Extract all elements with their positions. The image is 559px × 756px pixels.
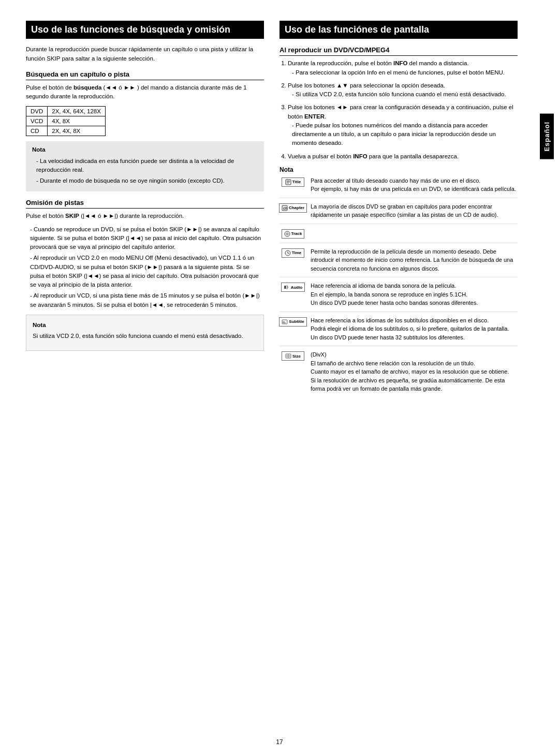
time-icon: Time bbox=[282, 248, 304, 258]
subtitle-icon: Subtitle bbox=[279, 317, 306, 327]
list-item: Durante el modo de búsqueda no se oye ni… bbox=[36, 176, 258, 185]
track-icon: Track bbox=[282, 229, 305, 239]
info-row-audio: Audio Hace referencia al idioma de banda… bbox=[280, 281, 518, 312]
table-row: CD 2X, 4X, 8X bbox=[26, 126, 106, 136]
size-icon-container: Size bbox=[280, 350, 306, 361]
skip-list: Cuando se reproduce un DVD, si se pulsa … bbox=[26, 225, 264, 309]
title-icon-container: Title bbox=[280, 176, 306, 187]
right-section-title: Uso de las funciónes de pantalla bbox=[280, 21, 518, 39]
nota-box-2: Nota Si utiliza VCD 2.0, esta función só… bbox=[26, 315, 264, 351]
list-item: La velocidad indicada en esta función pu… bbox=[36, 157, 258, 175]
svg-point-7 bbox=[286, 233, 288, 235]
subtitle-icon-container: Subtitle bbox=[280, 316, 306, 327]
svg-rect-11 bbox=[284, 286, 286, 289]
nota-right: Nota Title Para acceder al t bbox=[280, 166, 518, 397]
speed-table-container: DVD 2X, 4X, 64X, 128X VCD 4X, 8X CD 2X, … bbox=[26, 106, 264, 136]
audio-icon: Audio bbox=[281, 283, 305, 292]
nota-title-1: Nota bbox=[32, 145, 258, 154]
table-cell: 2X, 4X, 8X bbox=[48, 126, 106, 136]
track-info-text bbox=[311, 228, 518, 237]
audio-icon-container: Audio bbox=[280, 281, 306, 292]
chapter-info-text: La mayoría de discos DVD se graban en ca… bbox=[311, 202, 518, 219]
nota-list-1: La velocidad indicada en esta función pu… bbox=[32, 157, 258, 186]
size-icon: Size bbox=[282, 351, 304, 361]
table-row: DVD 2X, 4X, 64X, 128X bbox=[26, 107, 106, 116]
list-item: Al reproducir un VCD 2.0 en modo MENU Of… bbox=[30, 254, 264, 289]
right-column: Uso de las funciónes de pantalla Al repr… bbox=[280, 21, 518, 402]
table-row: VCD 4X, 8X bbox=[26, 116, 106, 126]
step-2-subs: Si utiliza VCD 2.0, esta función sólo fu… bbox=[288, 90, 518, 99]
audio-info-text: Hace referencia al idioma de banda sonor… bbox=[311, 281, 518, 307]
list-item: Si utiliza VCD 2.0, esta función sólo fu… bbox=[292, 90, 518, 99]
table-cell: 4X, 8X bbox=[48, 116, 106, 126]
nota-right-title: Nota bbox=[280, 166, 518, 173]
table-cell: 2X, 4X, 64X, 128X bbox=[48, 107, 106, 116]
subsection-search-title: Búsqueda en un capítulo o pista bbox=[26, 70, 264, 80]
step-1: Durante la reproducción, pulse el botón … bbox=[288, 59, 518, 77]
info-row-time: Time Permite la reproducción de la pelíc… bbox=[280, 247, 518, 278]
list-item: Al reproducir un VCD, si una pista tiene… bbox=[30, 291, 264, 309]
step-4: Vuelva a pulsar el botón INFO para que l… bbox=[288, 152, 518, 161]
chapter-icon: ch Chapter bbox=[279, 203, 307, 213]
list-item: Puede pulsar los botones numéricos del m… bbox=[292, 121, 518, 148]
subsection-search-text: Pulse el botón de búsqueda (◄◄ ó ►► ) de… bbox=[26, 83, 264, 101]
svg-text:ch: ch bbox=[283, 206, 287, 210]
table-cell: DVD bbox=[26, 107, 48, 116]
info-row-track: Track bbox=[280, 228, 518, 243]
size-info-text: (DivX) El tamaño de archivo tiene relaci… bbox=[311, 350, 518, 393]
info-row-chapter: ch Chapter La mayoría de discos DVD se g… bbox=[280, 202, 518, 224]
nota-text-2: Si utiliza VCD 2.0, esta función sólo fu… bbox=[33, 332, 257, 340]
list-item: Cuando se reproduce un DVD, si se pulsa … bbox=[30, 225, 264, 252]
step-3: Pulse los botones ◄► para crear la confi… bbox=[288, 103, 518, 147]
chapter-icon-container: ch Chapter bbox=[280, 202, 306, 213]
info-row-title: Title Para acceder al título deseado cua… bbox=[280, 176, 518, 198]
subsection-dvd-title: Al reproducir un DVD/VCD/MPEG4 bbox=[280, 46, 518, 56]
subtitle-info-text: Hace referencia a los idiomas de los sub… bbox=[311, 316, 518, 342]
list-item: Para seleccionar la opción Info en el me… bbox=[292, 68, 518, 77]
step-3-subs: Puede pulsar los botones numéricos del m… bbox=[288, 121, 518, 148]
table-cell: CD bbox=[26, 126, 48, 136]
subsection-skip-title: Omisión de pistas bbox=[26, 199, 264, 209]
time-icon-container: Time bbox=[280, 247, 306, 258]
left-intro: Durante la reproducción puede buscar ráp… bbox=[26, 45, 264, 63]
track-icon-container: Track bbox=[280, 228, 306, 239]
subsection-skip-text: Pulse el botón SKIP (|◄◄ ó ►►|) durante … bbox=[26, 212, 264, 220]
speed-table: DVD 2X, 4X, 64X, 128X VCD 4X, 8X CD 2X, … bbox=[26, 106, 106, 136]
title-info-text: Para acceder al título deseado cuando ha… bbox=[311, 176, 518, 194]
steps-list: Durante la reproducción, pulse el botón … bbox=[280, 59, 518, 161]
espanol-tab: Español bbox=[540, 114, 554, 159]
left-column: Uso de las funciones de búsqueda y omisi… bbox=[26, 21, 264, 402]
step-1-subs: Para seleccionar la opción Info en el me… bbox=[288, 68, 518, 77]
table-cell: VCD bbox=[26, 116, 48, 126]
page-number: 17 bbox=[276, 738, 283, 746]
time-info-text: Permite la reproducción de la película d… bbox=[311, 247, 518, 273]
step-2: Pulse los botones ▲▼ para seleccionar la… bbox=[288, 81, 518, 99]
nota-box-1: Nota La velocidad indicada en esta funci… bbox=[26, 141, 264, 191]
info-row-size: Size (DivX) El tamaño de archivo tiene r… bbox=[280, 350, 518, 397]
title-icon: Title bbox=[282, 177, 304, 187]
info-row-subtitle: Subtitle Hace referencia a los idiomas d… bbox=[280, 316, 518, 347]
nota-title-2: Nota bbox=[33, 320, 257, 330]
left-section-title: Uso de las funciones de búsqueda y omisi… bbox=[26, 21, 264, 39]
